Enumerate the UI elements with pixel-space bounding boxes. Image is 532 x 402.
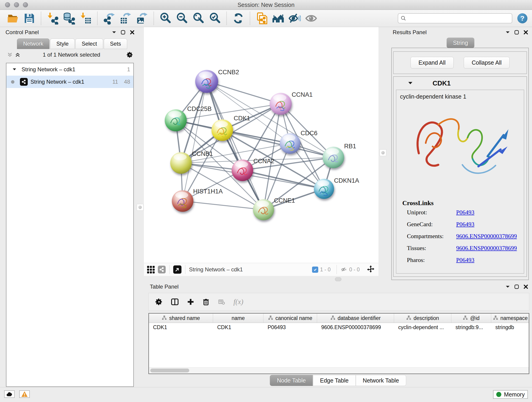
add-column-button[interactable] — [187, 298, 195, 306]
search-input[interactable] — [408, 15, 510, 22]
network-node-RB1[interactable] — [323, 147, 344, 168]
network-node-CCNB2[interactable] — [195, 70, 218, 93]
network-node-CDKN1A[interactable] — [314, 179, 334, 199]
function-builder-button-disabled[interactable]: f(x) — [234, 298, 243, 306]
collapse-caret-icon[interactable] — [408, 81, 413, 85]
crosslink-link[interactable]: 9606.ENSP00000378699 — [456, 245, 517, 252]
column-header-namespace[interactable]: namespace — [491, 313, 529, 323]
left-splitter-handle[interactable] — [137, 204, 143, 211]
refresh-view-button[interactable] — [231, 11, 245, 26]
network-node-CDC25B[interactable] — [165, 109, 187, 131]
column-header--id[interactable]: @id — [451, 313, 491, 323]
expand-all-button[interactable]: Expand All — [411, 57, 454, 69]
network-node-CCNA2[interactable] — [232, 160, 253, 181]
save-session-button[interactable] — [22, 11, 36, 26]
export-table-button[interactable] — [119, 11, 133, 26]
table-options-gear-button[interactable] — [155, 298, 163, 306]
open-session-button[interactable] — [6, 11, 20, 26]
collapse-all-networks-button[interactable] — [7, 52, 13, 58]
delete-column-button[interactable] — [202, 298, 210, 306]
column-header-canonical-name[interactable]: canonical name — [264, 313, 317, 323]
column-header-database-identifier[interactable]: database identifier — [317, 313, 394, 323]
tab-network[interactable]: Network — [17, 38, 50, 49]
delete-table-button-disabled[interactable] — [217, 298, 226, 305]
table-horizontal-scrollbar[interactable] — [149, 367, 529, 374]
clone-network-button[interactable] — [254, 11, 269, 26]
panel-close-button[interactable] — [130, 30, 135, 35]
crosslink-link[interactable]: P06493 — [456, 209, 474, 216]
show-columns-button[interactable] — [171, 298, 179, 306]
tab-sets[interactable]: Sets — [104, 38, 127, 49]
hide-selected-button[interactable] — [288, 11, 302, 26]
network-thumbnail-icon[interactable] — [158, 266, 166, 274]
column-header-name[interactable]: name — [213, 313, 264, 323]
panel-float-button[interactable] — [120, 30, 126, 35]
network-node-CCNA1[interactable] — [270, 93, 292, 115]
import-network-database-button[interactable] — [62, 11, 76, 26]
crosslink-link[interactable]: 9606.ENSP00000378699 — [456, 233, 517, 240]
network-node-CDK1[interactable] — [211, 119, 233, 141]
panel-close-button[interactable] — [523, 30, 528, 35]
zoom-out-button[interactable] — [175, 11, 189, 26]
table-cell: 9606.ENSP00000378699 — [317, 323, 394, 332]
network-collection-row[interactable]: String Network – cdk1 1 — [6, 63, 133, 76]
tab-edge-table[interactable]: Edge Table — [313, 375, 356, 386]
column-header-shared-name[interactable]: shared name — [149, 313, 213, 323]
crosslink-label: GeneCard: — [407, 221, 456, 228]
panel-close-button[interactable] — [523, 284, 528, 289]
network-name: String Network – cdk1 — [31, 79, 106, 85]
crosslink-row: Tissues:9606.ENSP00000378699 — [407, 245, 520, 252]
network-row-selected[interactable]: String Network – cdk1 11 48 — [6, 76, 133, 88]
tab-node-table[interactable]: Node Table — [270, 375, 313, 386]
tab-string[interactable]: String — [447, 38, 474, 48]
crosslink-link[interactable]: P06493 — [456, 221, 474, 228]
show-all-button[interactable] — [304, 11, 318, 26]
network-edge-CCNB2-CCNA1[interactable] — [207, 81, 281, 104]
birds-eye-view-button[interactable] — [147, 266, 155, 274]
panel-menu-button[interactable] — [505, 31, 510, 34]
help-button[interactable]: ? — [517, 13, 527, 23]
panel-float-button[interactable] — [514, 284, 519, 289]
memory-status-button[interactable]: Memory — [493, 390, 528, 399]
export-network-button[interactable] — [102, 11, 116, 26]
right-splitter-handle[interactable] — [380, 149, 386, 156]
network-node-CDC6[interactable] — [280, 133, 300, 154]
zoom-in-button[interactable] — [158, 11, 172, 26]
scrollbar-thumb[interactable] — [150, 369, 189, 372]
table-row[interactable]: CDK1CDK1P064939606.ENSP00000378699cyclin… — [149, 323, 529, 332]
network-node-HIST1H1A[interactable] — [172, 190, 193, 212]
tree-expander-icon[interactable] — [12, 68, 17, 71]
export-image-button[interactable] — [135, 11, 149, 26]
import-network-file-button[interactable] — [46, 11, 60, 26]
warnings-button[interactable] — [19, 390, 30, 398]
hidden-eye-slash-icon[interactable] — [341, 267, 347, 273]
panel-menu-button[interactable] — [505, 285, 510, 288]
network-node-CCNB1[interactable] — [170, 152, 192, 174]
first-neighbors-button[interactable] — [271, 11, 285, 26]
panel-float-button[interactable] — [514, 30, 519, 35]
chevron-down-icon — [112, 31, 116, 34]
collapse-all-button[interactable]: Collapse All — [464, 57, 510, 69]
open-in-new-window-button[interactable] — [173, 265, 181, 274]
crosslink-link[interactable]: P06493 — [456, 257, 474, 264]
expand-all-networks-button[interactable] — [15, 52, 21, 58]
zoom-fit-button[interactable] — [191, 11, 206, 26]
column-header-description[interactable]: description — [394, 313, 451, 323]
node-entry-header[interactable]: CDK1 — [394, 77, 526, 89]
selected-checkbox-icon[interactable] — [312, 267, 318, 273]
tab-select[interactable]: Select — [75, 38, 103, 49]
import-table-file-button[interactable] — [79, 11, 93, 26]
column-label: description — [413, 315, 439, 321]
network-node-CCNE1[interactable] — [253, 199, 274, 220]
horizontal-splitter-handle[interactable] — [335, 277, 341, 281]
network-options-gear-button[interactable] — [127, 51, 133, 58]
zoom-selected-button[interactable] — [208, 11, 222, 26]
cloud-status-button[interactable] — [4, 390, 15, 398]
tab-network-table[interactable]: Network Table — [355, 375, 406, 386]
pan-move-icon[interactable] — [366, 265, 375, 274]
tab-style[interactable]: Style — [50, 38, 75, 49]
panel-menu-button[interactable] — [112, 31, 116, 34]
network-canvas[interactable]: CCNB2CCNA1CDC25BCDK1CDC6RB1CCNB1CCNA2CDK… — [144, 27, 379, 263]
column-namespace-icon — [330, 315, 336, 321]
network-edge-CCNB2-RB1[interactable] — [207, 81, 333, 157]
